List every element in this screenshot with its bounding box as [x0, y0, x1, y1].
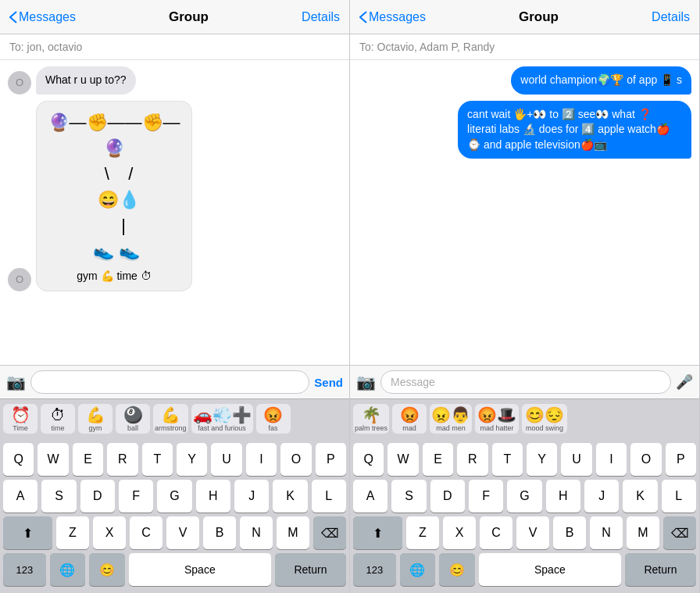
- left-key-m[interactable]: M: [277, 516, 309, 549]
- right-key-c[interactable]: C: [480, 516, 512, 549]
- right-key-emoji[interactable]: 😊: [439, 553, 475, 586]
- right-emoji-madmen[interactable]: 😠👨 mad men: [430, 404, 472, 434]
- left-key-x[interactable]: X: [93, 516, 126, 549]
- left-send-button[interactable]: Send: [314, 376, 343, 389]
- left-key-delete[interactable]: ⌫: [313, 516, 346, 549]
- right-key-r[interactable]: R: [457, 443, 488, 476]
- left-key-y[interactable]: Y: [177, 443, 207, 476]
- right-key-w[interactable]: W: [388, 443, 418, 476]
- right-key-y[interactable]: Y: [527, 443, 557, 476]
- right-key-shift[interactable]: ⬆: [353, 516, 402, 549]
- left-key-r[interactable]: R: [107, 443, 138, 476]
- right-key-n[interactable]: N: [590, 516, 623, 549]
- right-key-h[interactable]: H: [546, 480, 580, 513]
- left-nav-title: Group: [169, 9, 209, 25]
- right-emoji-madhatter[interactable]: 😡🎩 mad hatter: [475, 404, 519, 434]
- left-emoji-time[interactable]: ⏰ Time: [3, 404, 38, 434]
- left-msg-text-1: What r u up to??: [45, 73, 127, 86]
- left-key-space[interactable]: Space: [129, 553, 271, 586]
- right-emoji-palm[interactable]: 🌴 palm trees: [353, 404, 389, 434]
- left-key-emoji[interactable]: 😊: [89, 553, 125, 586]
- right-back-button[interactable]: Messages: [359, 10, 426, 24]
- right-key-b[interactable]: B: [553, 516, 586, 549]
- right-camera-button[interactable]: 📷: [356, 373, 376, 391]
- left-emoji-gym[interactable]: 💪 gym: [78, 404, 112, 434]
- left-key-t[interactable]: T: [142, 443, 173, 476]
- right-details-button[interactable]: Details: [652, 10, 690, 24]
- right-key-globe[interactable]: 🌐: [400, 553, 436, 586]
- left-emoji-angry[interactable]: 😡 fas: [256, 404, 291, 434]
- left-key-u[interactable]: U: [211, 443, 241, 476]
- right-key-i[interactable]: I: [596, 443, 627, 476]
- left-back-button[interactable]: Messages: [9, 10, 76, 24]
- right-key-m[interactable]: M: [627, 516, 659, 549]
- left-key-a[interactable]: A: [3, 480, 38, 513]
- left-key-h[interactable]: H: [196, 480, 230, 513]
- left-key-q[interactable]: Q: [3, 443, 34, 476]
- right-key-s[interactable]: S: [391, 480, 426, 513]
- left-key-v[interactable]: V: [166, 516, 199, 549]
- right-emoji-icon-1: 😡: [400, 407, 420, 423]
- left-key-d[interactable]: D: [80, 480, 115, 513]
- left-key-z[interactable]: Z: [56, 516, 89, 549]
- right-key-e[interactable]: E: [423, 443, 453, 476]
- right-key-return[interactable]: Return: [625, 553, 696, 586]
- left-key-return[interactable]: Return: [275, 553, 346, 586]
- right-emoji-icon-0: 🌴: [362, 407, 381, 423]
- right-key-l[interactable]: L: [662, 480, 696, 513]
- left-avatar-1: O: [8, 71, 31, 95]
- left-key-o[interactable]: O: [280, 443, 311, 476]
- right-key-d[interactable]: D: [430, 480, 465, 513]
- right-key-f[interactable]: F: [469, 480, 503, 513]
- left-camera-button[interactable]: 📷: [6, 373, 26, 391]
- left-key-l[interactable]: L: [312, 480, 346, 513]
- right-key-delete[interactable]: ⌫: [663, 516, 696, 549]
- left-key-123[interactable]: 123: [3, 553, 46, 586]
- left-key-f[interactable]: F: [119, 480, 153, 513]
- left-key-s[interactable]: S: [41, 480, 76, 513]
- right-key-space[interactable]: Space: [479, 553, 621, 586]
- left-key-g[interactable]: G: [157, 480, 191, 513]
- right-key-v[interactable]: V: [516, 516, 549, 549]
- left-key-e[interactable]: E: [73, 443, 103, 476]
- right-emoji-mad[interactable]: 😡 mad: [392, 404, 427, 434]
- left-key-row-1: Q W E R T Y U I O P: [3, 443, 346, 476]
- left-key-globe[interactable]: 🌐: [50, 553, 86, 586]
- left-details-button[interactable]: Details: [302, 10, 340, 24]
- left-key-shift[interactable]: ⬆: [3, 516, 52, 549]
- right-key-a[interactable]: A: [353, 480, 388, 513]
- right-key-z[interactable]: Z: [406, 516, 439, 549]
- right-key-g[interactable]: G: [507, 480, 541, 513]
- right-key-p[interactable]: P: [666, 443, 696, 476]
- left-key-w[interactable]: W: [38, 443, 68, 476]
- left-key-p[interactable]: P: [316, 443, 346, 476]
- left-emoji-armstrong[interactable]: 💪 armstrong: [153, 404, 188, 434]
- left-key-c[interactable]: C: [130, 516, 162, 549]
- left-emoji-time2[interactable]: ⏱ time: [41, 404, 75, 434]
- right-key-x[interactable]: X: [443, 516, 476, 549]
- right-key-t[interactable]: T: [492, 443, 523, 476]
- right-key-k[interactable]: K: [623, 480, 657, 513]
- right-message-input[interactable]: [380, 370, 671, 394]
- right-key-u[interactable]: U: [561, 443, 591, 476]
- right-key-o[interactable]: O: [630, 443, 661, 476]
- right-mic-button[interactable]: 🎤: [676, 373, 693, 391]
- right-bubble-2: cant wait 🖐+👀 to 2️⃣ see👀 what ❓ literat…: [458, 101, 691, 159]
- left-messages-area: O What r u up to?? O 🔮—✊——✊—🔮 \ / 😄💧 | 👟…: [0, 60, 349, 365]
- right-messages-area: world champion🌍🏆 of app 📱 s cant wait 🖐+…: [350, 60, 699, 365]
- left-key-j[interactable]: J: [234, 480, 269, 513]
- right-emoji-moodswing[interactable]: 😊😔 mood swing: [522, 404, 567, 434]
- right-key-123[interactable]: 123: [353, 553, 396, 586]
- left-emoji-fast[interactable]: 🚗💨➕ fast and furious: [191, 404, 253, 434]
- left-key-n[interactable]: N: [240, 516, 273, 549]
- left-key-k[interactable]: K: [273, 480, 307, 513]
- left-message-input[interactable]: [30, 370, 309, 394]
- left-emoji-ball[interactable]: 🎱 ball: [116, 404, 150, 434]
- right-key-j[interactable]: J: [584, 480, 619, 513]
- left-key-b[interactable]: B: [203, 516, 236, 549]
- left-key-i[interactable]: I: [246, 443, 277, 476]
- right-key-q[interactable]: Q: [353, 443, 384, 476]
- right-key-row-3: ⬆ Z X C V B N M ⌫: [353, 516, 696, 549]
- left-emoji-label-3: ball: [127, 424, 138, 432]
- left-emoji-label-0: Time: [12, 424, 28, 432]
